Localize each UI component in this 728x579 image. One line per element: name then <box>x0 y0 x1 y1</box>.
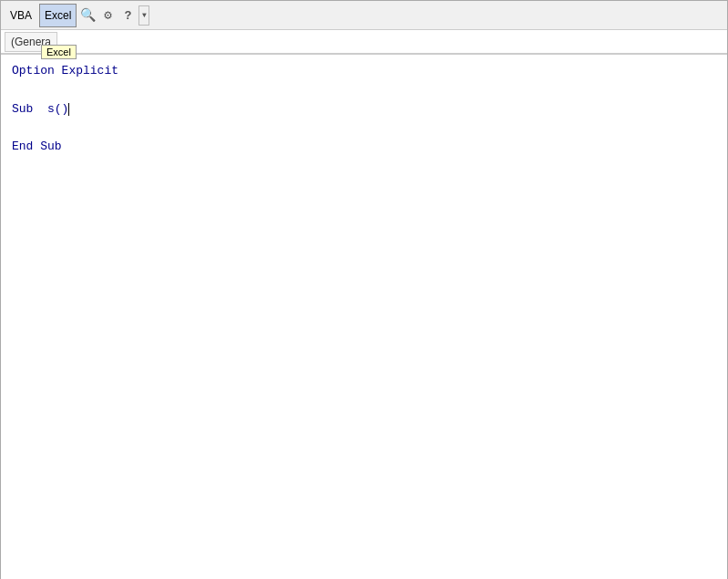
excel-button[interactable]: Excel <box>39 4 77 27</box>
search-icon[interactable]: 🔍 <box>78 6 97 25</box>
code-line-1: Option Explicit <box>12 62 716 81</box>
code-line-3: Sub s() <box>12 100 716 119</box>
help-icon[interactable]: ? <box>118 6 137 25</box>
code-line-4 <box>12 119 716 138</box>
code-editor[interactable]: Option Explicit Sub s() End Sub <box>1 54 727 579</box>
text-cursor <box>68 103 69 116</box>
code-line-5: End Sub <box>12 138 716 157</box>
excel-tooltip: Excel <box>41 45 77 59</box>
toolbar: VBA Excel 🔍 ⚙ ? ▼ <box>1 1 727 30</box>
vba-button[interactable]: VBA <box>5 4 37 27</box>
breadcrumb-bar: (Genera <box>1 30 727 54</box>
dropdown-arrow-icon[interactable]: ▼ <box>138 5 149 26</box>
gear-icon[interactable]: ⚙ <box>98 6 117 25</box>
code-line-2 <box>12 81 716 100</box>
